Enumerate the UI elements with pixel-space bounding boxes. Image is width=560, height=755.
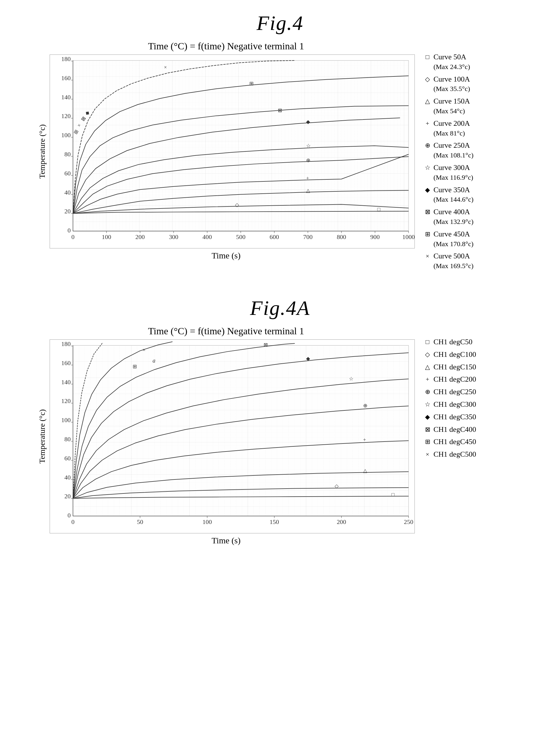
legend-icon-250a: ⊕ [423, 141, 432, 150]
svg-text:0: 0 [67, 227, 71, 234]
fig4-section: Fig.4 Time (°C) = f(time) Negative termi… [6, 12, 554, 273]
legend-item-150a: △ Curve 150A(Max 54°c) [423, 96, 495, 116]
legend-icon-350a: ◆ [423, 185, 432, 195]
svg-text:□: □ [377, 206, 380, 212]
svg-text:80: 80 [64, 435, 71, 443]
svg-text:60: 60 [64, 170, 71, 177]
legend-label-100a: Curve 100A(Max 35.5°c) [434, 75, 470, 94]
legend-label-50a: Curve 50A(Max 24.3°c) [434, 52, 470, 72]
svg-text:△: △ [363, 468, 367, 473]
svg-rect-61 [73, 345, 408, 516]
fig4a-x-axis-label: Time (s) [44, 536, 409, 545]
legend4a-item-200: + CH1 degC200 [423, 374, 495, 384]
svg-text:600: 600 [269, 233, 279, 241]
svg-text:140: 140 [61, 378, 71, 385]
svg-text:180: 180 [61, 55, 71, 62]
legend4a-label-100: CH1 degC100 [434, 350, 476, 360]
legend4a-label-350: CH1 degC350 [434, 412, 476, 422]
legend4a-icon-400: ⊠ [423, 425, 432, 434]
svg-text:0: 0 [71, 233, 75, 241]
legend4a-icon-250: ⊕ [423, 387, 432, 396]
legend4a-item-500: × CH1 degC500 [423, 450, 495, 459]
legend4a-label-450: CH1 degC450 [434, 437, 476, 447]
legend-icon-500a: × [423, 251, 432, 261]
legend4a-item-150: △ CH1 degC150 [423, 362, 495, 372]
svg-text:◇: ◇ [235, 202, 239, 208]
legend4a-item-50: □ CH1 degC50 [423, 337, 495, 347]
svg-text:⊞: ⊞ [133, 364, 137, 369]
svg-text:180: 180 [61, 340, 71, 347]
legend-icon-50a: □ [423, 52, 432, 62]
fig4a-legend: □ CH1 degC50 ◇ CH1 degC100 △ CH1 degC150… [415, 326, 495, 462]
legend4a-item-100: ◇ CH1 degC100 [423, 350, 495, 360]
page: Fig.4 Time (°C) = f(time) Negative termi… [0, 0, 560, 755]
svg-text:⊠: ⊠ [263, 342, 267, 348]
legend-icon-100a: ◇ [423, 75, 432, 84]
svg-text:+: + [363, 437, 366, 443]
fig4-container: Time (°C) = f(time) Negative terminal 1 … [38, 41, 523, 273]
legend4a-item-350: ◆ CH1 degC350 [423, 412, 495, 422]
legend-icon-200a: + [423, 119, 432, 128]
svg-text:160: 160 [61, 360, 71, 367]
fig4a-container: Time (°C) = f(time) Negative terminal 1 … [38, 326, 523, 545]
legend-label-500a: Curve 500A(Max 169.5°c) [434, 251, 474, 271]
svg-text:1000: 1000 [402, 233, 415, 241]
svg-text:100: 100 [102, 233, 111, 241]
svg-text:50: 50 [137, 518, 143, 525]
svg-text:□: □ [392, 492, 395, 497]
legend-item-250a: ⊕ Curve 250A(Max 108.1°c) [423, 141, 495, 160]
legend4a-label-400: CH1 degC400 [434, 425, 476, 434]
svg-text:200: 200 [337, 518, 346, 525]
svg-text:△: △ [306, 188, 310, 193]
svg-text:120: 120 [61, 113, 71, 120]
legend-item-500a: × Curve 500A(Max 169.5°c) [423, 251, 495, 271]
legend4a-label-300: CH1 degC300 [434, 400, 476, 409]
svg-text:⊕: ⊕ [363, 403, 367, 408]
legend4a-label-250: CH1 degC250 [434, 387, 476, 397]
legend-item-400a: ⊠ Curve 400A(Max 132.9°c) [423, 207, 495, 226]
legend-label-450a: Curve 450A(Max 170.8°c) [434, 229, 474, 249]
svg-text:100: 100 [61, 131, 71, 139]
legend-item-200a: + Curve 200A(Max 81°c) [423, 119, 495, 138]
fig4-chart-wrapper: Time (°C) = f(time) Negative terminal 1 … [38, 41, 415, 260]
svg-text:☆: ☆ [306, 143, 311, 149]
svg-text:20: 20 [64, 493, 71, 500]
legend4a-icon-450: ⊞ [423, 437, 432, 446]
fig4-title: Fig.4 [257, 12, 303, 35]
svg-text:0: 0 [71, 518, 75, 525]
svg-text:120: 120 [61, 397, 71, 405]
legend4a-item-400: ⊠ CH1 degC400 [423, 425, 495, 434]
legend4a-icon-150: △ [423, 362, 432, 372]
legend4a-icon-350: ◆ [423, 412, 432, 422]
fig4a-chart-title: Time (°C) = f(time) Negative terminal 1 [38, 326, 415, 336]
legend-label-150a: Curve 150A(Max 54°c) [434, 96, 470, 116]
legend-icon-150a: △ [423, 96, 432, 106]
fig4-chart: 0 100 200 300 400 500 600 700 800 900 10… [49, 55, 415, 248]
legend-item-450a: ⊞ Curve 450A(Max 170.8°c) [423, 229, 495, 249]
legend-icon-400a: ⊠ [423, 207, 432, 217]
legend4a-icon-500: × [423, 450, 432, 459]
legend-icon-300a: ☆ [423, 163, 432, 172]
svg-text:700: 700 [303, 233, 313, 241]
legend-label-300a: Curve 300A(Max 116.9°c) [434, 163, 473, 182]
svg-text:×: × [142, 347, 145, 353]
fig4-legend: □ Curve 50A(Max 24.3°c) ◇ Curve 100A(Max… [415, 41, 495, 273]
svg-text:⊠: ⊠ [278, 107, 282, 113]
legend-label-200a: Curve 200A(Max 81°c) [434, 119, 470, 138]
svg-text:⊕: ⊕ [306, 158, 311, 163]
legend4a-item-450: ⊞ CH1 degC450 [423, 437, 495, 447]
fig4a-y-axis-label: Temperature (°c) [38, 409, 47, 464]
svg-text:◆: ◆ [306, 356, 310, 361]
fig4a-chart: 0 50 100 150 200 250 0 20 40 60 [49, 340, 415, 533]
legend-item-50a: □ Curve 50A(Max 24.3°c) [423, 52, 495, 72]
legend-label-400a: Curve 400A(Max 132.9°c) [434, 207, 474, 226]
legend-label-250a: Curve 250A(Max 108.1°c) [434, 141, 474, 160]
legend-item-300a: ☆ Curve 300A(Max 116.9°c) [423, 163, 495, 182]
fig4-x-axis-label: Time (s) [44, 251, 409, 260]
legend4a-label-50: CH1 degC50 [434, 337, 473, 347]
legend-item-350a: ◆ Curve 350A(Max 144.6°c) [423, 185, 495, 205]
svg-text:500: 500 [236, 233, 245, 241]
svg-text:900: 900 [370, 233, 380, 241]
svg-text:140: 140 [61, 94, 71, 101]
svg-text:40: 40 [64, 473, 71, 481]
